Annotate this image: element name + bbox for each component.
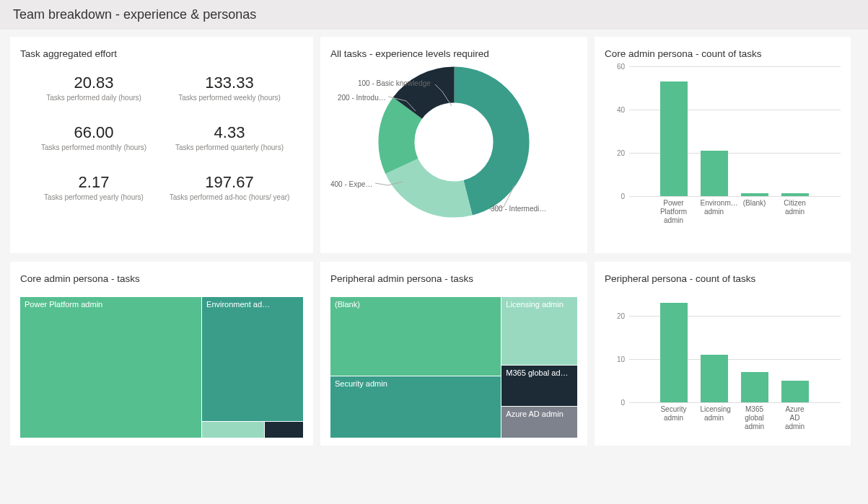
donut-svg: [378, 66, 530, 218]
card-peripheral-count-bars[interactable]: Peripheral persona - count of tasks 20 1…: [595, 262, 851, 446]
metric-value: 197.67: [162, 173, 297, 192]
bar-citizen-admin[interactable]: [781, 193, 809, 196]
ytick: 60: [605, 63, 625, 71]
card-core-count-bars[interactable]: Core admin persona - count of tasks 60 4…: [595, 37, 851, 253]
metric-value: 4.33: [162, 123, 297, 142]
bar-category-labels: Security admin Licensing admin M365 glob…: [632, 405, 836, 431]
bar-label: Azure AD admin: [781, 405, 809, 431]
bar-label: Licensing admin: [701, 405, 728, 431]
tm-cell-m365[interactable]: M365 global ad…: [501, 366, 577, 407]
tm-cell-environment[interactable]: Environment ad…: [202, 297, 303, 421]
bar-label: Citizen admin: [781, 199, 809, 225]
ytick: 40: [605, 105, 625, 113]
dashboard-body: Task aggregated effort 20.83 Tasks perfo…: [0, 30, 868, 461]
tm-cell-security[interactable]: Security admin: [330, 376, 501, 438]
metrics-grid: 20.83 Tasks performed daily (hours) 133.…: [20, 74, 303, 201]
metric-daily: 20.83 Tasks performed daily (hours): [26, 74, 162, 102]
card-title: Core admin persona - tasks: [20, 273, 303, 284]
bar-label: Power Platform admin: [660, 199, 688, 225]
row-1: Task aggregated effort 20.83 Tasks perfo…: [10, 37, 858, 253]
metric-label: Tasks performed yearly (hours): [26, 193, 162, 201]
bar-power-platform-admin[interactable]: [660, 81, 688, 196]
metric-label: Tasks performed ad-hoc (hours/ year): [162, 193, 297, 201]
row-2: Core admin persona - tasks Power Platfor…: [10, 262, 858, 446]
donut-label-200: 200 - Introdu…: [338, 94, 386, 102]
bar-chart-peripheral: 20 10 0: [605, 294, 841, 402]
bar-label: Environm… admin: [701, 199, 728, 225]
tm-cell-blank[interactable]: (Blank): [330, 297, 501, 376]
tm-cell-power-platform[interactable]: Power Platform admin: [20, 297, 201, 438]
donut-label-300: 300 - Intermedi…: [491, 205, 546, 213]
card-title: Peripheral persona - count of tasks: [605, 273, 841, 284]
bar-azure-ad[interactable]: [781, 381, 809, 402]
metric-label: Tasks performed quarterly (hours): [162, 143, 297, 151]
metric-quarterly: 4.33 Tasks performed quarterly (hours): [162, 123, 297, 151]
treemap-peripheral: (Blank) Security admin Licensing admin M…: [330, 297, 577, 438]
ytick: 10: [605, 355, 625, 363]
metric-label: Tasks performed monthly (hours): [26, 143, 162, 151]
bar-label: Security admin: [660, 405, 688, 431]
metric-adhoc: 197.67 Tasks performed ad-hoc (hours/ ye…: [162, 173, 297, 201]
card-title: Task aggregated effort: [20, 48, 303, 59]
ytick: 0: [605, 193, 625, 200]
tm-cell-azuread[interactable]: Azure AD admin: [501, 407, 577, 438]
treemap-core: Power Platform admin Environment ad…: [20, 297, 303, 438]
bar-category-labels: Power Platform admin Environm… admin (Bl…: [632, 199, 836, 225]
card-peripheral-treemap[interactable]: Peripheral admin persona - tasks (Blank)…: [320, 262, 587, 446]
tm-cell-licensing[interactable]: Licensing admin: [501, 297, 577, 365]
card-experience-donut[interactable]: All tasks - experience levels required 1…: [320, 37, 587, 253]
bar-label: M365 global admin: [741, 405, 768, 431]
metric-value: 133.33: [162, 74, 297, 92]
card-task-aggregated-effort[interactable]: Task aggregated effort 20.83 Tasks perfo…: [10, 37, 313, 253]
bar-security-admin[interactable]: [660, 303, 688, 402]
ytick: 20: [605, 149, 625, 156]
donut-label-400: 400 - Expe…: [330, 180, 372, 188]
metric-monthly: 66.00 Tasks performed monthly (hours): [26, 123, 162, 151]
metric-value: 66.00: [26, 123, 162, 142]
bar-m365-global[interactable]: [741, 372, 768, 402]
bar-environment-admin[interactable]: [701, 151, 728, 196]
card-title: Core admin persona - count of tasks: [605, 48, 841, 59]
donut-chart: 100 - Basic knowledge 200 - Introdu… 400…: [330, 66, 577, 232]
tm-cell-small-1[interactable]: [202, 422, 264, 438]
ytick: 0: [605, 399, 625, 407]
page-header: Team breakdown - experience & personas: [0, 0, 868, 30]
card-title: All tasks - experience levels required: [330, 48, 577, 59]
metric-label: Tasks performed daily (hours): [26, 94, 162, 102]
bar-label: (Blank): [741, 199, 768, 225]
metric-value: 2.17: [26, 173, 162, 192]
metric-weekly: 133.33 Tasks performed weekly (hours): [162, 74, 297, 102]
bar-blank[interactable]: [741, 193, 768, 196]
bar-chart-core: 60 40 20 0: [605, 66, 841, 196]
donut-label-100: 100 - Basic knowledge: [358, 79, 431, 87]
metric-label: Tasks performed weekly (hours): [162, 94, 297, 102]
metric-yearly: 2.17 Tasks performed yearly (hours): [26, 173, 162, 201]
card-title: Peripheral admin persona - tasks: [330, 273, 577, 284]
page-title: Team breakdown - experience & personas: [13, 7, 256, 22]
tm-cell-small-2[interactable]: [265, 422, 303, 438]
metric-value: 20.83: [26, 74, 162, 92]
ytick: 20: [605, 312, 625, 320]
card-core-treemap[interactable]: Core admin persona - tasks Power Platfor…: [10, 262, 313, 446]
bar-licensing-admin[interactable]: [701, 355, 728, 402]
